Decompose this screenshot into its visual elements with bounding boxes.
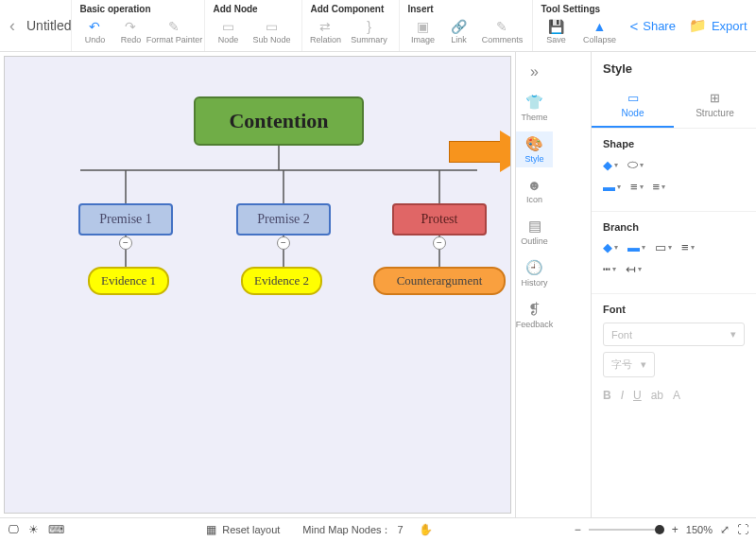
font-color-button[interactable]: A: [673, 389, 680, 402]
shape-type-control[interactable]: ⬭▾: [627, 157, 644, 172]
border-style-control[interactable]: ≡▾: [653, 180, 666, 194]
sidebar-history[interactable]: 🕘History: [516, 255, 553, 291]
branch-arrow-control[interactable]: ↤▾: [626, 262, 642, 276]
collapse-toggle[interactable]: −: [277, 236, 290, 250]
hand-icon[interactable]: ✋: [419, 523, 433, 536]
font-family-select[interactable]: Font▾: [603, 323, 745, 346]
outline-icon: ▤: [528, 218, 541, 235]
export-icon: 📁: [689, 17, 707, 34]
branch-shape-control[interactable]: ▭▾: [655, 240, 672, 254]
add-node-button[interactable]: ▭Node: [211, 16, 245, 46]
layout-icon: ▦: [206, 523, 216, 536]
node-root[interactable]: Contention: [194, 96, 364, 146]
fit-icon[interactable]: ⤢: [720, 523, 730, 536]
side-toolbar: » 👕Theme 🎨Style ☻Icon ▤Outline 🕘History …: [515, 52, 553, 517]
monitor-icon[interactable]: 🖵: [8, 523, 19, 536]
branch-color-control[interactable]: ◆▾: [603, 240, 618, 254]
redo-button[interactable]: ↷Redo: [113, 16, 147, 46]
branch-section-label: Branch: [603, 221, 745, 233]
palette-icon: 🎨: [525, 135, 543, 152]
export-button[interactable]: 📁Export: [689, 17, 747, 34]
collapse-toggle[interactable]: −: [433, 236, 446, 250]
brightness-icon[interactable]: ☀: [28, 523, 39, 536]
zoom-in-button[interactable]: +: [672, 523, 679, 536]
bold-button[interactable]: B: [603, 389, 611, 402]
relation-button[interactable]: ⇄Relation: [308, 16, 342, 46]
undo-button[interactable]: ↶Undo: [77, 16, 112, 46]
group-toolset-label: Tool Settings: [539, 0, 624, 16]
collapse-toggle[interactable]: −: [119, 236, 132, 250]
branch-line-control[interactable]: ▬▾: [627, 240, 645, 254]
summary-button[interactable]: }Summary: [344, 16, 393, 46]
structure-icon: ⊞: [710, 91, 720, 105]
zoom-slider[interactable]: [589, 529, 664, 531]
tab-node[interactable]: ▭Node: [592, 83, 674, 128]
sidebar-icon[interactable]: ☻Icon: [516, 173, 553, 208]
branch-width-control[interactable]: ≡▾: [681, 240, 695, 254]
font-section-label: Font: [603, 304, 745, 315]
zoom-value: 150%: [686, 524, 713, 535]
top-toolbar: ‹ Untitled Basic operation ↶Undo ↷Redo ✎…: [0, 0, 756, 52]
format-painter-button[interactable]: ✎Format Painter: [149, 16, 198, 46]
share-icon: <: [629, 18, 638, 34]
shape-fill-control[interactable]: ◆▾: [603, 157, 618, 172]
group-insert-label: Insert: [405, 0, 526, 16]
panel-title: Style: [592, 52, 756, 83]
fullscreen-icon[interactable]: ⛶: [737, 523, 748, 536]
back-button[interactable]: ‹: [9, 16, 15, 36]
group-basic-label: Basic operation: [77, 0, 198, 16]
save-button[interactable]: 💾Save: [539, 16, 573, 46]
font-size-select[interactable]: 字号▾: [603, 352, 655, 377]
border-width-control[interactable]: ≡▾: [630, 180, 644, 194]
italic-button[interactable]: I: [621, 389, 624, 402]
smile-icon: ☻: [527, 177, 542, 193]
shirt-icon: 👕: [525, 94, 543, 111]
insert-link-button[interactable]: 🔗Link: [441, 16, 475, 46]
node-count-value: 7: [398, 524, 404, 535]
document-title[interactable]: Untitled: [26, 18, 71, 33]
underline-button[interactable]: U: [633, 389, 642, 402]
node-protest[interactable]: Protest: [392, 203, 487, 236]
node-premise-1[interactable]: Premise 1: [78, 203, 173, 236]
sidebar-outline[interactable]: ▤Outline: [516, 214, 553, 250]
sidebar-theme[interactable]: 👕Theme: [516, 90, 553, 126]
node-evidence-2[interactable]: Evidence 2: [241, 267, 322, 295]
tab-structure[interactable]: ⊞Structure: [674, 83, 756, 128]
style-panel: Style ▭Node ⊞Structure Shape ◆▾ ⬭▾ ▬▾ ≡▾…: [591, 52, 756, 517]
group-addnode-label: Add Node: [211, 0, 296, 16]
node-premise-2[interactable]: Premise 2: [236, 203, 331, 236]
node-count-label: Mind Map Nodes：: [302, 523, 391, 537]
shape-section-label: Shape: [603, 138, 745, 149]
feedback-icon: ❡: [528, 301, 541, 318]
branch-style-control[interactable]: ┅▾: [603, 262, 616, 276]
collapse-panel-button[interactable]: »: [526, 60, 542, 84]
mindmap-canvas[interactable]: Contention Premise 1 Premise 2 Protest E…: [4, 56, 511, 514]
callout-arrow: [449, 131, 511, 173]
status-bar: 🖵 ☀ ⌨ ▦ Reset layout Mind Map Nodes： 7 ✋…: [0, 517, 756, 541]
collapse-button[interactable]: ▲Collapse: [575, 16, 624, 46]
reset-layout-button[interactable]: Reset layout: [222, 524, 280, 535]
keyboard-icon[interactable]: ⌨: [48, 523, 64, 536]
add-subnode-button[interactable]: ▭Sub Node: [247, 16, 296, 46]
sidebar-style[interactable]: 🎨Style: [516, 131, 553, 167]
zoom-out-button[interactable]: −: [575, 523, 581, 536]
node-icon: ▭: [627, 91, 639, 105]
insert-comments-button[interactable]: ✎Comments: [477, 16, 526, 46]
insert-image-button[interactable]: ▣Image: [405, 16, 439, 46]
border-color-control[interactable]: ▬▾: [603, 180, 621, 194]
node-counterargument[interactable]: Counterargument: [373, 267, 506, 295]
share-button[interactable]: <Share: [629, 18, 675, 34]
group-addcomp-label: Add Component: [308, 0, 393, 16]
lowercase-button[interactable]: ab: [651, 389, 663, 402]
node-evidence-1[interactable]: Evidence 1: [88, 267, 169, 295]
sidebar-feedback[interactable]: ❡Feedback: [516, 297, 553, 333]
clock-icon: 🕘: [525, 259, 543, 276]
